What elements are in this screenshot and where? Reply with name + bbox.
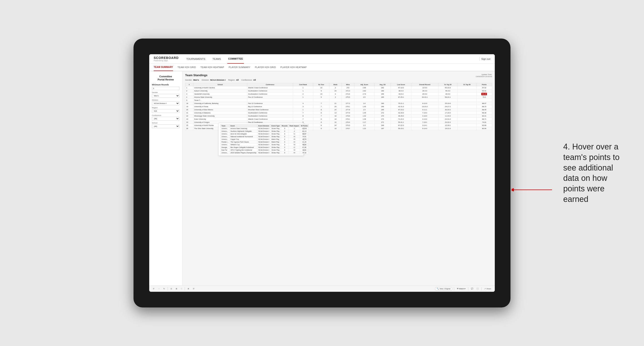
cell-no-tour: 6 [313, 111, 330, 115]
table-row[interactable]: 19 University of Texas Big 12 Conference… [185, 105, 492, 108]
cell-low-score: 42-20-0 [391, 111, 411, 115]
tooltip-cell-team: Univers... [220, 133, 230, 135]
sub-nav: TEAM SUMMARY TEAM H2H GRID TEAM H2H HEAT… [149, 64, 495, 71]
layout-button[interactable]: ⊞ [175, 287, 178, 290]
cell-avg-sg: 270 [374, 115, 391, 118]
cell-points[interactable]: 88.07 [476, 102, 492, 105]
tooltip-cell-type: Stroke Play [270, 149, 281, 152]
cell-rank: 22 [185, 115, 194, 118]
refresh-button[interactable]: ↻ [162, 287, 166, 290]
school-select[interactable]: (All) [152, 124, 180, 128]
sign-out-link[interactable]: Sign out [481, 58, 490, 60]
min-rounds-input[interactable] [152, 87, 180, 90]
cell-points[interactable]: 97.02 [476, 86, 492, 89]
table-row[interactable]: 4 Arizona State University Pac-12 Confer… [185, 96, 492, 99]
cell-bnds: 24 [330, 108, 342, 111]
region-select[interactable]: N/A All East West [152, 109, 180, 113]
cell-points[interactable] [476, 99, 492, 102]
cell-avg-sg: 260 [374, 89, 391, 93]
nav-committee[interactable]: COMMITTEE [227, 54, 244, 64]
col-header-avg-sg: Avg. SG [374, 83, 391, 86]
subnav-player-h2h-heatmap[interactable]: PLAYER H2H HEATMAP [280, 63, 306, 71]
cell-points[interactable]: 93.31 [476, 89, 492, 93]
cell-rank: 24 [185, 121, 194, 124]
tooltip-cell-points: 97.86 [300, 146, 309, 149]
tooltip-cell-team: Florida I... [220, 141, 230, 144]
subnav-player-h2h-grid[interactable]: PLAYER H2H GRID [255, 63, 276, 71]
cell-points[interactable]: 74.81 [476, 121, 492, 124]
table-row[interactable]: 20 University of New Mexico Mountain Wes… [185, 108, 492, 111]
table-row[interactable]: 1 University of North Carolina Atlantic … [185, 86, 492, 89]
cell-adj-score: 2.82 [354, 89, 374, 93]
filter-division-value: NCAA Division I [210, 79, 226, 81]
cell-wins: 277.2 [342, 102, 354, 105]
cell-overall: 29-4-0 [411, 89, 438, 93]
nav-tournaments[interactable]: TOURNAMENTS [185, 54, 206, 64]
tooltip-cell-rank-impact: -1 [288, 127, 300, 130]
cell-vs50 [457, 115, 476, 118]
cell-points[interactable]: 88.70 [476, 105, 492, 108]
add-button[interactable]: ⊕ [187, 287, 190, 290]
subnav-team-h2h-heatmap[interactable]: TEAM H2H HEATMAP [200, 63, 224, 71]
cell-vs25: 58-24-1 [438, 96, 457, 99]
cell-conference: Southeastern Conference [247, 93, 293, 96]
redo-button[interactable]: → [157, 287, 161, 290]
cell-points[interactable]: 80.94 [476, 127, 492, 130]
cell-points[interactable]: 90.22 [476, 93, 492, 96]
conference-select[interactable]: (All) ACC Big Ten [152, 117, 180, 121]
watch-button[interactable]: 👁 Watch ▾ [456, 287, 466, 290]
nav-teams[interactable]: TEAMS [212, 54, 222, 64]
cell-points[interactable]: 83.89 [476, 124, 492, 127]
share-button[interactable]: ↗ Share [483, 287, 492, 290]
cell-points[interactable]: 88.71 [476, 118, 492, 121]
cell-avg-sg: 260 [374, 102, 391, 105]
view-original-button[interactable]: 🔍 View: Original [435, 287, 452, 290]
cell-vs25: 29-27-2 [438, 105, 457, 108]
cell-conf-rank: 1 [293, 89, 313, 93]
tooltip-cell-rounds: 3 [281, 146, 288, 149]
cell-points[interactable]: 88.48 [476, 111, 492, 115]
undo-button[interactable]: ↺ [152, 287, 155, 290]
toolbar-sep-4 [468, 287, 468, 290]
cell-points[interactable]: 88.49 [476, 108, 492, 111]
table-row[interactable]: 23 Duke University Atlantic Coast Confer… [185, 118, 492, 121]
cell-points[interactable]: 79.5 [476, 96, 492, 99]
subnav-player-summary[interactable]: PLAYER SUMMARY [229, 63, 250, 71]
cell-vs25: 17-19-0 [438, 111, 457, 115]
expand-button[interactable]: ⛶ [476, 287, 480, 290]
col-header-conference: Conference [247, 83, 293, 86]
dots-button[interactable]: ∷ [180, 287, 183, 290]
cell-conference: Mountain West Conference [247, 108, 293, 111]
subnav-team-summary[interactable]: TEAM SUMMARY [154, 63, 173, 71]
cell-conf-rank: 7 [293, 118, 313, 121]
cell-low-score: 87-22-3 [391, 124, 411, 127]
comment-button[interactable]: 💬 [470, 287, 474, 290]
gender-select[interactable]: Men's Women's [152, 94, 180, 98]
cell-adj-score: 1.38 [354, 118, 374, 121]
table-row[interactable]: 5 Texas T... [185, 99, 492, 102]
annotation-text: 4. Hover over a team's points to see add… [563, 142, 626, 205]
grid-button[interactable]: ⊡ [170, 287, 173, 290]
tooltip-col-team: Team [220, 125, 230, 127]
timer-button[interactable]: ⏱ [192, 287, 196, 290]
cell-no-tour: 6 [313, 127, 330, 130]
col-header-adj-score: Adj. Score [354, 83, 374, 86]
tooltip-cell-division: NCAA Division I [258, 130, 270, 133]
tooltip-col-rounds: Rounds [281, 125, 288, 127]
arrow-annotation [512, 185, 556, 195]
filter-gender-label: Gender: [185, 79, 192, 81]
table-row[interactable]: 3 Vanderbilt University Southeastern Con… [185, 93, 492, 96]
cell-wins: 277.6 [342, 108, 354, 111]
table-row[interactable]: 2 Auburn University Southeastern Confere… [185, 89, 492, 93]
table-row[interactable]: 18 University of California, Berkeley Pa… [185, 102, 492, 105]
toolbar-sep-2 [185, 287, 185, 290]
cell-rank: 26 [185, 127, 194, 130]
table-row[interactable]: 21 University of Alabama Southeastern Co… [185, 111, 492, 115]
cell-points[interactable]: 83.41 [476, 115, 492, 118]
table-row[interactable]: 22 Mississippi State University Southeas… [185, 115, 492, 118]
subnav-team-h2h-grid[interactable]: TEAM H2H GRID [178, 63, 196, 71]
cell-vs25: 12-18-1 [438, 124, 457, 127]
division-select[interactable]: NCAA Division I NCAA Division II NCAA Di… [152, 102, 180, 105]
cell-conf-rank: 8 [293, 115, 313, 118]
cell-no-tour: 6 [313, 121, 330, 124]
